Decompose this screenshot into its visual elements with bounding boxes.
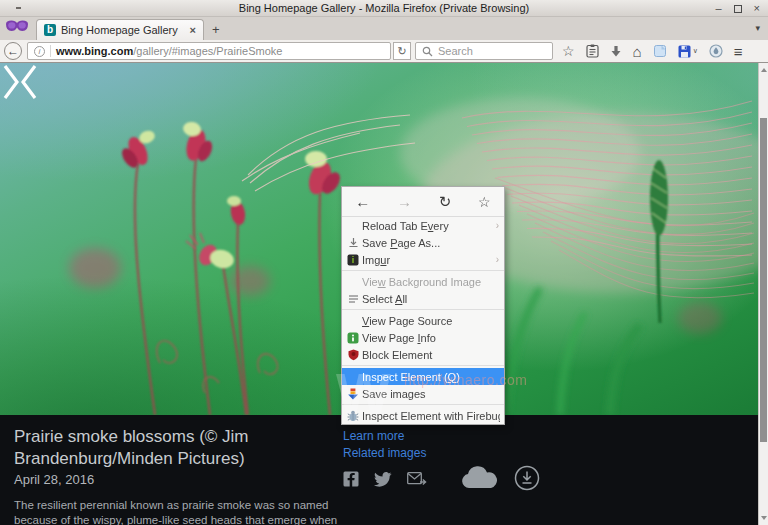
url-bar[interactable]: i www.bing.com/gallery/#images/PrairieSm… <box>27 42 391 60</box>
bookmarks-menu-icon[interactable] <box>586 44 599 58</box>
search-icon <box>422 46 433 57</box>
select-all-icon <box>346 293 360 305</box>
page-addon-icon[interactable] <box>653 44 667 58</box>
minimize-button[interactable]: – <box>715 3 721 14</box>
menu-nav-reload-icon[interactable]: ↻ <box>439 193 452 211</box>
context-menu-nav-row: ←→↻☆ <box>342 187 504 217</box>
menu-item-label: Reload Tab Every <box>362 220 496 232</box>
save-addon-button[interactable]: ∨ <box>678 45 698 58</box>
menu-icon-spacer <box>346 276 360 288</box>
save-page-icon <box>346 237 360 249</box>
url-path: /gallery/#images/PrairieSmoke <box>133 45 282 57</box>
submenu-arrow-icon: › <box>496 254 500 265</box>
tab-bing-homepage-gallery[interactable]: b Bing Homepage Gallery × <box>36 19 204 40</box>
menu-separator <box>342 365 504 366</box>
new-tab-button[interactable]: + <box>212 22 220 37</box>
image-description: The resilient perennial known as prairie… <box>14 498 356 525</box>
svg-text:i: i <box>352 255 355 265</box>
reload-button[interactable]: ↻ <box>393 42 411 60</box>
private-browsing-mask-icon <box>4 19 30 38</box>
menu-item-label: Inspect Element (Q) <box>362 371 500 383</box>
menu-item-select-all[interactable]: Select All <box>342 290 504 307</box>
menu-item-label: View Page Source <box>362 315 500 327</box>
list-all-tabs-icon[interactable]: ▾ <box>755 23 760 33</box>
image-title: Prairie smoke blossoms (© Jim Brandenbur… <box>14 426 274 470</box>
menu-item-label: View Page Info <box>362 332 500 344</box>
url-text[interactable]: www.bing.com/gallery/#images/PrairieSmok… <box>56 45 282 57</box>
menu-icon-spacer <box>346 220 360 232</box>
restore-button[interactable] <box>734 5 742 13</box>
carousel-next-icon[interactable] <box>0 63 22 101</box>
menu-separator <box>342 309 504 310</box>
url-host: www.bing.com <box>56 45 133 57</box>
image-info-panel: Prairie smoke blossoms (© Jim Brandenbur… <box>0 415 758 525</box>
window-title: Bing Homepage Gallery - Mozilla Firefox … <box>239 2 529 14</box>
search-input[interactable]: Search <box>415 42 553 60</box>
tab-close-icon[interactable]: × <box>190 24 196 36</box>
save-images-icon <box>346 388 360 400</box>
submenu-arrow-icon: › <box>496 220 500 231</box>
tab-title: Bing Homepage Gallery <box>61 24 185 36</box>
context-menu: ←→↻☆ Reload Tab Every›Save Page As...iIm… <box>341 186 505 425</box>
facebook-icon[interactable] <box>343 471 359 487</box>
close-button[interactable]: × <box>754 3 760 14</box>
menu-item-label: Imgur <box>362 254 496 266</box>
menu-item-reload-tab-every[interactable]: Reload Tab Every› <box>342 217 504 234</box>
menu-item-view-page-info[interactable]: View Page Info <box>342 329 504 346</box>
image-date: April 28, 2016 <box>14 472 94 487</box>
menu-item-inspect-element[interactable]: Inspect Element (Q) <box>342 368 504 385</box>
email-share-icon[interactable] <box>407 472 427 486</box>
menu-separator <box>342 404 504 405</box>
bookmark-star-icon[interactable]: ☆ <box>562 44 575 58</box>
menu-icon-spacer <box>346 315 360 327</box>
menu-item-label: View Background Image <box>362 276 500 288</box>
menu-item-label: Save images <box>362 388 500 400</box>
save-addon-chevron-icon[interactable]: ∨ <box>693 47 698 55</box>
menu-item-label: Save Page As... <box>362 237 500 249</box>
tab-bar: b Bing Homepage Gallery × + ▾ <box>0 17 768 40</box>
menu-item-imgur[interactable]: iImgur› <box>342 251 504 268</box>
scrollbar-thumb[interactable] <box>760 118 767 442</box>
imgur-icon: i <box>346 254 360 266</box>
vertical-scrollbar[interactable] <box>758 63 768 525</box>
menu-item-label: Block Element <box>362 349 500 361</box>
info-icon <box>346 332 360 344</box>
home-icon[interactable]: ⌂ <box>633 44 642 59</box>
back-button[interactable]: ← <box>4 42 22 60</box>
related-images-link[interactable]: Related images <box>343 445 426 462</box>
block-shield-icon <box>346 349 360 361</box>
menu-item-label: Select All <box>362 293 500 305</box>
downloads-icon[interactable] <box>610 45 622 58</box>
onedrive-icon[interactable] <box>460 466 498 490</box>
url-divider <box>50 45 51 57</box>
menu-item-label: Inspect Element with Firebug <box>362 410 500 422</box>
menu-item-view-background-image: View Background Image <box>342 273 504 290</box>
menu-icon[interactable]: ≡ <box>734 43 743 60</box>
twitter-icon[interactable] <box>374 472 392 487</box>
save-floppy-icon <box>678 45 691 58</box>
search-placeholder: Search <box>438 45 473 57</box>
menu-item-inspect-element-firebug[interactable]: Inspect Element with Firebug <box>342 407 504 424</box>
site-info-icon[interactable]: i <box>34 46 45 57</box>
menu-nav-bookmark-star-icon[interactable]: ☆ <box>478 194 491 210</box>
menu-item-save-page-as[interactable]: Save Page As... <box>342 234 504 251</box>
menu-nav-forward-icon[interactable]: → <box>397 193 412 210</box>
window-menu-icon[interactable] <box>16 7 21 9</box>
navigation-toolbar: ← i www.bing.com/gallery/#images/Prairie… <box>0 40 768 63</box>
menu-item-save-images[interactable]: Save images <box>342 385 504 402</box>
menu-item-view-page-source[interactable]: View Page Source <box>342 312 504 329</box>
firebug-icon <box>346 410 360 422</box>
scroll-up-icon[interactable] <box>759 64 768 76</box>
addon-badge-icon[interactable] <box>709 44 723 58</box>
download-image-icon[interactable] <box>514 465 540 491</box>
menu-nav-back-icon[interactable]: ← <box>355 193 370 210</box>
menu-separator <box>342 270 504 271</box>
learn-more-link[interactable]: Learn more <box>343 428 426 445</box>
title-bar: Bing Homepage Gallery - Mozilla Firefox … <box>0 0 768 17</box>
menu-item-block-element[interactable]: Block Element <box>342 346 504 363</box>
scroll-down-icon[interactable] <box>759 512 768 524</box>
menu-icon-spacer <box>346 371 360 383</box>
bing-favicon: b <box>44 24 56 36</box>
